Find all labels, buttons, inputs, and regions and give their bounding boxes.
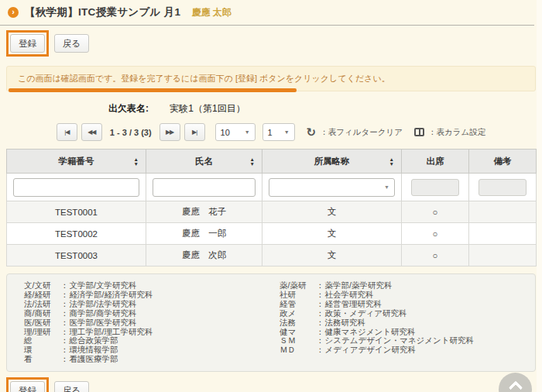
- legend-abbr: 政メ: [280, 309, 316, 318]
- cell-affiliation: 文: [262, 245, 402, 266]
- legend-right-column: 薬/薬研：薬学部/薬学研究科 社研：社会学研究科 経管：経営管理研究科 政メ：政…: [280, 281, 474, 364]
- filter-name-input[interactable]: [153, 178, 256, 197]
- filter-cell: ▼: [262, 174, 402, 201]
- legend-item: 法/法研：法学部/法学研究科: [24, 300, 280, 309]
- chevron-down-icon: ▼: [284, 129, 290, 135]
- legend-full: 経営管理研究科: [325, 300, 382, 309]
- legend-abbr: 法/法研: [24, 300, 60, 309]
- chevron-up-icon: [508, 380, 522, 392]
- column-settings-icon[interactable]: [414, 128, 424, 136]
- register-button-top[interactable]: 登録: [10, 34, 45, 53]
- legend-separator: ：: [60, 318, 69, 328]
- filter-cell: [7, 174, 146, 201]
- legend-full: 法学部/法学研究科: [70, 300, 137, 309]
- filter-student-id-input[interactable]: [13, 178, 139, 197]
- chevron-down-icon: ▼: [384, 184, 389, 190]
- legend-abbr: 法務: [280, 318, 316, 328]
- legend-item: 看：看護医療学部: [24, 355, 280, 364]
- attendance-sheet-value: 実験1（第1回目）: [170, 103, 245, 114]
- cell-note: [469, 223, 537, 245]
- attendance-sheet-name: 出欠表名: 実験1（第1回目）: [108, 102, 542, 115]
- column-header-label: 備考: [494, 156, 512, 166]
- filter-clear-icon[interactable]: ↻: [307, 126, 317, 138]
- register-highlight-box: 登録: [6, 30, 49, 57]
- first-page-button[interactable]: |◀: [57, 123, 77, 141]
- cell-student-id: TEST0001: [7, 201, 146, 223]
- page-header: › 【秋学期】ITC授業サンプル 月1 慶應 太郎: [0, 0, 534, 26]
- column-header-name[interactable]: 氏名 ▲▼: [146, 150, 262, 174]
- table-row[interactable]: TEST0003 慶應 次郎 文 ○: [7, 245, 537, 266]
- prev-page-button[interactable]: ◀◀: [81, 123, 102, 141]
- cell-note: [469, 201, 537, 223]
- filter-clear-label: ：表フィルタークリア: [320, 127, 403, 138]
- pagination-range-text: 1 - 3 / 3 (3): [110, 128, 152, 137]
- page-size-value: 10: [221, 128, 230, 137]
- cell-name: 慶應 次郎: [146, 245, 262, 266]
- legend-abbr: 看: [24, 355, 60, 364]
- prev-page-icon: ◀◀: [87, 129, 95, 136]
- sort-icon[interactable]: ▲▼: [134, 157, 139, 166]
- legend-item: 商/商研：商学部/商学研究科: [24, 309, 280, 318]
- table-row[interactable]: TEST0001 慶應 花子 文 ○: [7, 201, 537, 223]
- legend-item: 薬/薬研：薬学部/薬学研究科: [280, 281, 474, 291]
- legend-separator: ：: [60, 355, 69, 364]
- page-number-select[interactable]: 1 ▼: [262, 123, 295, 141]
- next-page-button[interactable]: ▶▶: [160, 123, 180, 141]
- page-title: 【秋学期】ITC授業サンプル 月1: [25, 5, 180, 19]
- column-header-label: 学籍番号: [59, 156, 94, 166]
- table-header-row: 学籍番号 ▲▼ 氏名 ▲▼ 所属略称 ▲▼ 出席 備考: [7, 150, 537, 174]
- legend-abbr: 商/商研: [24, 309, 60, 318]
- table-row[interactable]: TEST0002 慶應 一郎 文 ○: [7, 223, 537, 245]
- cell-attendance: ○: [402, 201, 469, 223]
- sort-icon[interactable]: ▲▼: [389, 157, 394, 166]
- breadcrumb-arrow-icon: ›: [8, 7, 19, 18]
- filter-cell: [146, 174, 262, 201]
- filter-affiliation-select[interactable]: ▼: [269, 178, 395, 197]
- legend-separator: ：: [316, 346, 324, 355]
- page-size-select[interactable]: 10 ▼: [215, 123, 256, 141]
- top-actions: 登録 戻る: [6, 30, 542, 57]
- column-header-note: 備考: [469, 150, 537, 174]
- filter-cell: [402, 174, 469, 201]
- legend-full: 看護医療学部: [70, 355, 118, 364]
- legend-item: 医/医研：医学部/医学研究科: [24, 318, 280, 328]
- chevron-down-icon: ▼: [245, 129, 250, 135]
- scroll-top-button[interactable]: [499, 373, 532, 392]
- pagination-bar: |◀ ◀◀ 1 - 3 / 3 (3) ▶▶ ▶| 10 ▼ 1 ▼ ↻ ：表フ…: [0, 123, 542, 141]
- filter-note-input-disabled: [479, 179, 527, 196]
- sort-down-icon: ▼: [134, 161, 139, 166]
- column-header-affiliation[interactable]: 所属略称 ▲▼: [262, 150, 402, 174]
- affiliation-legend: 文/文研：文学部/文学研究科 経/経研：経済学部/経済学研究科 法/法研：法学部…: [6, 273, 536, 372]
- column-header-student-id[interactable]: 学籍番号 ▲▼: [7, 150, 146, 174]
- column-header-attendance: 出席: [402, 150, 469, 174]
- column-header-label: 氏名: [195, 156, 213, 166]
- column-header-label: 所属略称: [314, 156, 350, 166]
- legend-full: メディアデザイン研究科: [325, 346, 416, 355]
- notice-text: この画面は確認画面です。登録を完了するには画面下の [登録] ボタンをクリックし…: [18, 74, 390, 83]
- user-name-link[interactable]: 慶應 太郎: [191, 6, 231, 19]
- legend-left-column: 文/文研：文学部/文学研究科 経/経研：経済学部/経済学研究科 法/法研：法学部…: [24, 281, 280, 364]
- legend-item: 経管：経営管理研究科: [280, 300, 474, 309]
- legend-abbr: 経管: [280, 300, 316, 309]
- next-page-icon: ▶▶: [166, 129, 173, 136]
- legend-abbr: ＭＤ: [280, 346, 316, 355]
- column-settings-label: ：表カラム設定: [428, 127, 485, 138]
- legend-full: 政策・メディア研究科: [325, 309, 407, 318]
- sort-icon[interactable]: ▲▼: [250, 157, 255, 166]
- cell-note: [469, 245, 537, 266]
- sort-down-icon: ▼: [250, 161, 255, 166]
- cell-affiliation: 文: [262, 223, 402, 245]
- back-button-top[interactable]: 戻る: [54, 34, 89, 53]
- legend-separator: ：: [316, 318, 324, 328]
- register-button-bottom[interactable]: 登録: [10, 381, 45, 392]
- page-number-value: 1: [268, 128, 273, 137]
- notice-underline-annotation: [9, 88, 297, 92]
- legend-separator: ：: [316, 300, 324, 309]
- back-button-bottom[interactable]: 戻る: [54, 381, 89, 392]
- cell-student-id: TEST0003: [7, 245, 146, 266]
- attendance-table: 学籍番号 ▲▼ 氏名 ▲▼ 所属略称 ▲▼ 出席 備考: [6, 149, 537, 266]
- cell-attendance: ○: [402, 245, 469, 266]
- last-page-button[interactable]: ▶|: [184, 123, 205, 141]
- legend-separator: ：: [60, 300, 69, 309]
- legend-full: 法務研究科: [325, 318, 366, 328]
